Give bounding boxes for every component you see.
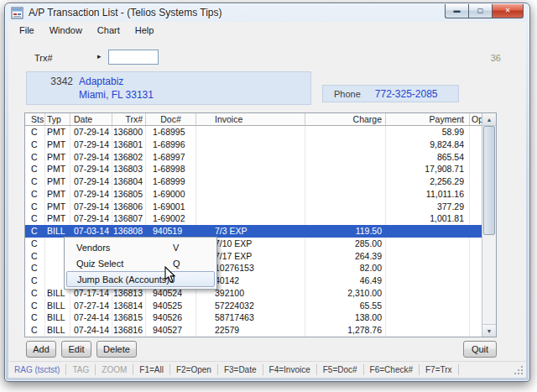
- column-header-typ[interactable]: Typ: [45, 113, 70, 125]
- cell-sts: C: [25, 175, 45, 188]
- cell-date: 07-29-14: [70, 163, 112, 175]
- cell-op: [470, 274, 482, 287]
- table-row[interactable]: CPMT07-29-141368001-6899558.99: [25, 126, 482, 139]
- menu-item-chart[interactable]: Chart: [90, 24, 128, 37]
- table-row[interactable]: CBILL07-27-141368149405255722403265.55: [25, 300, 482, 312]
- vertical-scrollbar[interactable]: ▲ ▼: [482, 113, 496, 337]
- cell-payment: [386, 300, 470, 312]
- context-menu-item-label: Quiz Select: [76, 259, 173, 269]
- close-button[interactable]: ✕: [492, 4, 524, 18]
- cell-payment: [386, 287, 470, 300]
- column-header-op[interactable]: Op: [470, 113, 482, 125]
- table-row-selected[interactable]: CBILL07-03-141368089405197/3 EXP119.50: [25, 225, 482, 238]
- menu-item-help[interactable]: Help: [128, 24, 162, 37]
- maximize-button[interactable]: ▢: [468, 4, 492, 18]
- menu-item-file[interactable]: File: [12, 24, 42, 37]
- column-header-trx[interactable]: Trx#: [112, 113, 146, 125]
- cell-charge: 65.55: [305, 300, 386, 312]
- cell-charge: [305, 126, 386, 139]
- phone-box: Phone 772-325-2085: [322, 85, 459, 102]
- trx-search-input[interactable]: [108, 50, 159, 65]
- cell-date: 07-24-14: [70, 324, 112, 337]
- column-header-charge[interactable]: Charge: [305, 113, 386, 125]
- cell-typ: PMT: [45, 126, 70, 139]
- table-row[interactable]: CPMT07-29-141368051-6900011,011.16: [25, 188, 482, 201]
- cell-sts: C: [25, 163, 45, 175]
- table-row[interactable]: CPMT07-29-141368021-68997865.54: [25, 151, 482, 164]
- cell-doc: 940525: [146, 300, 196, 312]
- table-row[interactable]: CPMT07-29-141368031-6899817,908.71: [25, 163, 482, 175]
- window-controls: ▬ ▢ ✕: [445, 4, 524, 18]
- context-menu-item-quiz-select[interactable]: Quiz SelectQ: [65, 255, 216, 271]
- cell-op: [470, 262, 482, 274]
- delete-button[interactable]: Delete: [96, 341, 137, 358]
- scroll-down-icon[interactable]: ▼: [482, 324, 496, 337]
- table-row[interactable]: CPMT07-29-141368011-689969,824.84: [25, 139, 482, 151]
- scrollbar-track[interactable]: [482, 126, 496, 324]
- column-header-date[interactable]: Date: [70, 113, 112, 125]
- table-row[interactable]: CBILL07-24-14136816940527225791,278.76: [25, 324, 482, 337]
- cell-charge: [305, 188, 386, 201]
- cell-doc: 1-68996: [146, 139, 196, 151]
- quit-button[interactable]: Quit: [463, 341, 497, 358]
- record-pointer-icon: ▸: [97, 52, 102, 60]
- cell-charge: [305, 175, 386, 188]
- column-header-invoice[interactable]: Invoice: [196, 113, 305, 125]
- column-header-doc[interactable]: Doc#: [146, 113, 196, 125]
- table-row[interactable]: CPMT07-29-141368061-69001377.29: [25, 201, 482, 213]
- cell-op: [470, 139, 482, 151]
- context-menu-item-shortcut: J: [170, 274, 214, 285]
- cell-invoice: [196, 139, 305, 151]
- resize-grip[interactable]: [514, 365, 524, 376]
- column-header-payment[interactable]: Payment: [386, 113, 470, 125]
- scroll-up-icon[interactable]: ▲: [482, 113, 496, 126]
- content-area: Trx# ▸ 36 3342 Adaptabiz Miami, FL 33131…: [8, 39, 526, 361]
- scrollbar-thumb[interactable]: [483, 126, 495, 235]
- cell-invoice: [196, 212, 305, 225]
- cell-charge: [305, 163, 386, 175]
- cell-doc: 1-69002: [146, 212, 196, 225]
- cell-sts: C: [25, 274, 45, 287]
- menu-item-window[interactable]: Window: [42, 24, 90, 37]
- cell-sts: C: [25, 300, 45, 312]
- cell-payment: 377.29: [386, 201, 470, 213]
- cell-op: [470, 163, 482, 175]
- context-menu-item-vendors[interactable]: VendorsV: [65, 239, 216, 255]
- column-header-sts[interactable]: Sts: [25, 113, 45, 125]
- cell-trx: 136803: [112, 163, 146, 175]
- cell-invoice: 22579: [196, 324, 305, 337]
- cell-charge: 285.00: [305, 238, 386, 250]
- cell-payment: 58.99: [386, 126, 470, 139]
- cell-date: 07-29-14: [70, 201, 112, 213]
- table-row[interactable]: CPMT07-29-141368071-690021,001.81: [25, 212, 482, 225]
- status-segment-f7-trx: F7=Trx: [420, 364, 459, 375]
- cell-charge: 2,310.00: [305, 287, 386, 300]
- cell-date: 07-24-14: [70, 311, 112, 324]
- client-area: FileWindowChartHelp Trx# ▸ 36 3342 Adapt…: [8, 22, 526, 378]
- title-bar[interactable]: A/P Transaction List - (Telios Systems T…: [5, 3, 529, 22]
- cell-op: [470, 324, 482, 337]
- record-count: 36: [491, 53, 501, 63]
- edit-button[interactable]: Edit: [61, 341, 91, 358]
- table-row[interactable]: CPMT07-29-141368041-689992,256.29: [25, 175, 482, 188]
- cell-sts: C: [25, 188, 45, 201]
- cell-trx: 136808: [112, 225, 146, 238]
- cell-doc: 940527: [146, 324, 196, 337]
- context-menu: VendorsVQuiz SelectQJump Back (Accounts)…: [64, 237, 217, 290]
- cell-doc: 1-69000: [146, 188, 196, 201]
- add-button[interactable]: Add: [26, 341, 56, 358]
- trx-label: Trx#: [34, 53, 53, 63]
- table-row[interactable]: CBILL07-24-1413681594052658717463138.00: [25, 311, 482, 324]
- cell-doc: 940519: [146, 225, 196, 238]
- cell-charge: 264.39: [305, 250, 386, 263]
- cell-typ: PMT: [45, 151, 70, 164]
- cell-charge: [305, 212, 386, 225]
- minimize-button[interactable]: ▬: [445, 4, 468, 18]
- context-menu-item-jump-back-accounts[interactable]: Jump Back (Accounts)J: [66, 271, 215, 287]
- status-segment-rag-tsctst: RAG (tsctst): [8, 364, 66, 375]
- cell-payment: [386, 225, 470, 238]
- status-segment-zoom: ZOOM: [96, 364, 133, 375]
- phone-number: 772-325-2085: [375, 88, 438, 100]
- cell-date: 07-29-14: [70, 212, 112, 225]
- cell-invoice: [196, 126, 305, 139]
